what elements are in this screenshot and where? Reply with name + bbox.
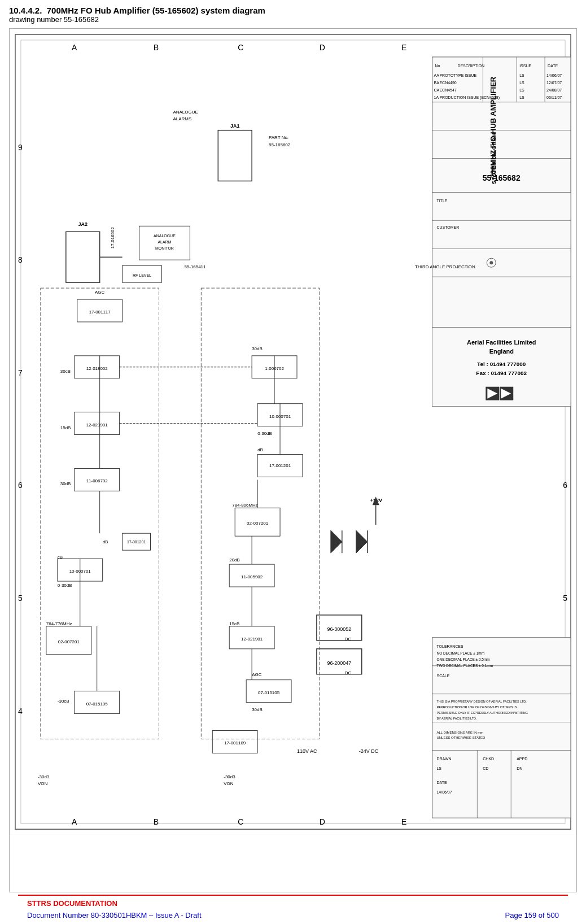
svg-text:ECN4490: ECN4490 <box>439 81 456 85</box>
svg-text:11-005902: 11-005902 <box>241 574 263 579</box>
svg-text:AGC: AGC <box>95 290 105 295</box>
svg-rect-57 <box>432 192 571 328</box>
svg-text:ALARM: ALARM <box>158 240 171 244</box>
svg-text:55-165682: 55-165682 <box>483 173 521 182</box>
svg-text:DATE: DATE <box>548 64 558 68</box>
svg-text:RF LEVEL: RF LEVEL <box>133 273 151 277</box>
svg-text:-24V DC: -24V DC <box>359 748 379 754</box>
svg-text:A: A <box>72 43 77 52</box>
sttrs-label: STTRS DOCUMENTATION <box>27 899 117 908</box>
svg-text:6: 6 <box>563 481 567 490</box>
svg-text:cB: cB <box>58 555 63 560</box>
svg-text:AGC: AGC <box>252 672 262 677</box>
page-container: 10.4.4.2. 700MHz FO Hub Amplifier (55-16… <box>0 0 586 924</box>
svg-text:30dB: 30dB <box>252 707 263 712</box>
svg-text:30dB: 30dB <box>252 346 263 351</box>
svg-text:12/07/07: 12/07/07 <box>546 81 562 85</box>
svg-text:07-015105: 07-015105 <box>258 690 280 695</box>
footer-top: STTRS DOCUMENTATION <box>27 898 559 909</box>
svg-text:DC: DC <box>345 670 352 675</box>
svg-text:17-001201: 17-001201 <box>269 463 291 468</box>
svg-text:06/11/07: 06/11/07 <box>546 95 562 99</box>
svg-text:02-007201: 02-007201 <box>247 521 269 526</box>
svg-text:17-001117: 17-001117 <box>89 310 111 315</box>
svg-text:England: England <box>489 348 514 355</box>
page-title: 10.4.4.2. 700MHz FO Hub Amplifier (55-16… <box>9 6 577 15</box>
svg-text:BY AERIAL FACILITIES LTD.: BY AERIAL FACILITIES LTD. <box>436 717 476 720</box>
svg-text:7: 7 <box>18 368 23 377</box>
svg-text:LS: LS <box>436 766 441 770</box>
svg-text:JA1: JA1 <box>230 123 239 129</box>
doc-number: Document Number 80-330501HBKM – Issue A … <box>27 911 202 919</box>
svg-text:30cB: 30cB <box>60 369 71 374</box>
svg-text:APPD: APPD <box>517 757 527 761</box>
svg-text:UNLESS OTHERWISE STATED: UNLESS OTHERWISE STATED <box>436 736 486 739</box>
svg-text:LS: LS <box>519 95 524 99</box>
svg-text:15dB: 15dB <box>60 425 71 430</box>
svg-text:12-021901: 12-021901 <box>241 637 263 642</box>
svg-text:14/06/07: 14/06/07 <box>436 790 452 794</box>
svg-text:764-776MHz: 764-776MHz <box>46 621 72 626</box>
svg-text:E: E <box>401 817 406 826</box>
svg-text:02-007201: 02-007201 <box>58 639 80 644</box>
svg-text:12-018002: 12-018002 <box>86 366 108 371</box>
svg-text:CA: CA <box>434 88 440 92</box>
svg-text:07-015105: 07-015105 <box>86 701 108 707</box>
svg-text:14/06/07: 14/06/07 <box>546 73 562 77</box>
footer-bottom: Document Number 80-330501HBKM – Issue A … <box>27 909 559 924</box>
footer-section: STTRS DOCUMENTATION Document Number 80-3… <box>18 895 568 924</box>
svg-text:AA: AA <box>434 73 440 77</box>
svg-text:5: 5 <box>563 594 567 603</box>
svg-text:DESCRIPTION: DESCRIPTION <box>457 64 484 68</box>
svg-text:24/08/07: 24/08/07 <box>546 88 562 92</box>
svg-text:55-165602: 55-165602 <box>269 142 291 147</box>
svg-text:MONITOR: MONITOR <box>155 246 174 250</box>
svg-text:6: 6 <box>18 481 23 490</box>
svg-text:96-200047: 96-200047 <box>327 660 351 666</box>
svg-text:30dB: 30dB <box>60 481 71 486</box>
svg-text:D: D <box>320 817 325 826</box>
svg-text:20dB: 20dB <box>229 557 240 563</box>
svg-text:Fax : 01494 777002: Fax : 01494 777002 <box>476 370 527 376</box>
svg-text:9: 9 <box>18 143 23 152</box>
svg-text:TWO DECIMAL PLACES  ± 0.1mm: TWO DECIMAL PLACES ± 0.1mm <box>436 664 493 668</box>
svg-text:THIS IS A PROPRIETARY DESIGN O: THIS IS A PROPRIETARY DESIGN OF AERIAL F… <box>436 700 527 703</box>
svg-text:CHKD: CHKD <box>483 757 494 761</box>
svg-text:17-001109: 17-001109 <box>224 740 246 746</box>
svg-text:B: B <box>154 43 159 52</box>
svg-text:ANALOGUE: ANALOGUE <box>154 234 176 238</box>
svg-point-65 <box>489 261 493 264</box>
svg-text:VON: VON <box>224 781 234 786</box>
svg-text:4: 4 <box>18 707 23 716</box>
svg-text:SCALE: SCALE <box>436 674 449 678</box>
svg-text:11-006702: 11-006702 <box>86 478 108 483</box>
svg-text:dB: dB <box>257 447 263 452</box>
svg-text:JA2: JA2 <box>78 221 88 227</box>
svg-text:BA: BA <box>434 81 440 85</box>
svg-text:ECN4547: ECN4547 <box>439 88 456 92</box>
svg-text:DATE: DATE <box>436 781 447 784</box>
svg-text:NO DECIMAL PLACE  ± 1mm: NO DECIMAL PLACE ± 1mm <box>436 651 484 655</box>
svg-text:TOLERANCES: TOLERANCES <box>436 644 463 648</box>
svg-text:ALL DIMENSIONS ARE IN mm: ALL DIMENSIONS ARE IN mm <box>436 731 483 734</box>
svg-text:CD: CD <box>483 766 488 770</box>
svg-text:DC: DC <box>345 637 352 642</box>
svg-text:REPRODUCTION OR USE OF DESIGNS: REPRODUCTION OR USE OF DESIGNS BY OTHERS… <box>436 705 517 709</box>
svg-text:12-021901: 12-021901 <box>86 422 108 428</box>
svg-text:PART  No.: PART No. <box>269 135 288 140</box>
svg-text:LS: LS <box>519 81 524 85</box>
svg-text:Aerial Facilities Limited: Aerial Facilities Limited <box>467 339 536 346</box>
svg-text:55-165411: 55-165411 <box>184 264 206 269</box>
svg-text:VON: VON <box>38 781 48 786</box>
svg-text:B: B <box>154 817 159 826</box>
diagram-area: A B C D E A B C D E 9 8 7 6 5 4 9 8 7 6 … <box>9 28 577 892</box>
svg-text:15cB: 15cB <box>229 621 239 626</box>
svg-text:110V AC: 110V AC <box>297 748 317 754</box>
drawing-number: drawing number 55-165682 <box>9 15 577 24</box>
svg-text:17-016502: 17-016502 <box>110 227 115 249</box>
svg-text:ONE DECIMAL PLACE  ± 0.5mm: ONE DECIMAL PLACE ± 0.5mm <box>436 657 489 661</box>
svg-text:1A: 1A <box>434 95 439 99</box>
svg-text:-30d3: -30d3 <box>224 774 235 779</box>
schematic-svg: A B C D E A B C D E 9 8 7 6 5 4 9 8 7 6 … <box>10 29 576 835</box>
svg-text:No: No <box>435 64 440 68</box>
